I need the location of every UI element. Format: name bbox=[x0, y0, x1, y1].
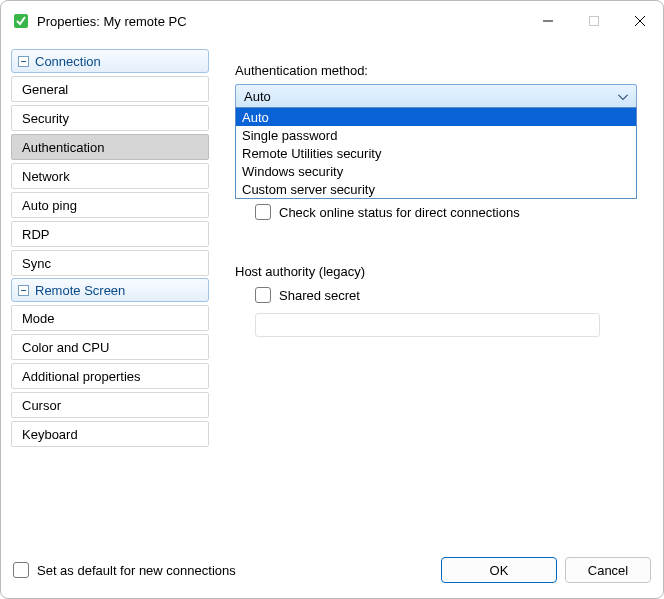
maximize-button bbox=[571, 1, 617, 41]
ok-button[interactable]: OK bbox=[441, 557, 557, 583]
sidebar-group-remote-screen[interactable]: Remote Screen bbox=[11, 278, 209, 302]
collapse-icon[interactable] bbox=[18, 285, 29, 296]
shared-secret-row: Shared secret bbox=[255, 287, 637, 303]
sidebar-item-general[interactable]: General bbox=[11, 76, 209, 102]
sidebar-item-security[interactable]: Security bbox=[11, 105, 209, 131]
dropdown-option-auto[interactable]: Auto bbox=[236, 108, 636, 126]
shared-secret-label: Shared secret bbox=[279, 288, 360, 303]
cancel-button[interactable]: Cancel bbox=[565, 557, 651, 583]
sidebar-item-authentication[interactable]: Authentication bbox=[11, 134, 209, 160]
app-icon bbox=[13, 13, 29, 29]
collapse-icon[interactable] bbox=[18, 56, 29, 67]
auth-method-combobox[interactable]: Auto bbox=[235, 84, 637, 108]
check-online-status-label: Check online status for direct connectio… bbox=[279, 205, 520, 220]
sidebar-item-additional-properties[interactable]: Additional properties bbox=[11, 363, 209, 389]
sidebar-group-connection[interactable]: Connection bbox=[11, 49, 209, 73]
sidebar-item-color-cpu[interactable]: Color and CPU bbox=[11, 334, 209, 360]
sidebar-item-network[interactable]: Network bbox=[11, 163, 209, 189]
check-online-status-row: Check online status for direct connectio… bbox=[255, 204, 637, 220]
host-authority-group: Host authority (legacy) Shared secret bbox=[235, 264, 637, 337]
dropdown-option-custom-security[interactable]: Custom server security bbox=[236, 180, 636, 198]
dialog-body: Connection General Security Authenticati… bbox=[1, 41, 663, 548]
sidebar-item-cursor[interactable]: Cursor bbox=[11, 392, 209, 418]
main-panel: Authentication method: Auto Auto Single … bbox=[227, 49, 653, 548]
set-default-checkbox[interactable] bbox=[13, 562, 29, 578]
auth-method-dropdown[interactable]: Auto Single password Remote Utilities se… bbox=[235, 107, 637, 199]
sidebar-item-mode[interactable]: Mode bbox=[11, 305, 209, 331]
dropdown-option-ru-security[interactable]: Remote Utilities security bbox=[236, 144, 636, 162]
window-title: Properties: My remote PC bbox=[37, 14, 187, 29]
sidebar-item-rdp[interactable]: RDP bbox=[11, 221, 209, 247]
set-default-row: Set as default for new connections bbox=[13, 562, 236, 578]
window-controls bbox=[525, 1, 663, 41]
sidebar-group-label: Connection bbox=[35, 54, 101, 69]
dropdown-option-single-password[interactable]: Single password bbox=[236, 126, 636, 144]
dialog-footer: Set as default for new connections OK Ca… bbox=[1, 548, 663, 598]
properties-dialog: Properties: My remote PC Connection Gene… bbox=[0, 0, 664, 599]
sidebar-group-label: Remote Screen bbox=[35, 283, 125, 298]
chevron-down-icon bbox=[618, 89, 628, 104]
minimize-button[interactable] bbox=[525, 1, 571, 41]
auth-method-label: Authentication method: bbox=[235, 63, 637, 78]
host-authority-label: Host authority (legacy) bbox=[235, 264, 637, 279]
sidebar-item-sync[interactable]: Sync bbox=[11, 250, 209, 276]
set-default-label: Set as default for new connections bbox=[37, 563, 236, 578]
shared-secret-checkbox[interactable] bbox=[255, 287, 271, 303]
sidebar: Connection General Security Authenticati… bbox=[11, 49, 209, 548]
check-online-status-checkbox[interactable] bbox=[255, 204, 271, 220]
auth-method-value: Auto bbox=[244, 89, 271, 104]
close-button[interactable] bbox=[617, 1, 663, 41]
titlebar: Properties: My remote PC bbox=[1, 1, 663, 41]
svg-rect-2 bbox=[590, 17, 599, 26]
dropdown-option-windows-security[interactable]: Windows security bbox=[236, 162, 636, 180]
sidebar-item-keyboard[interactable]: Keyboard bbox=[11, 421, 209, 447]
sidebar-item-auto-ping[interactable]: Auto ping bbox=[11, 192, 209, 218]
shared-secret-input[interactable] bbox=[255, 313, 600, 337]
